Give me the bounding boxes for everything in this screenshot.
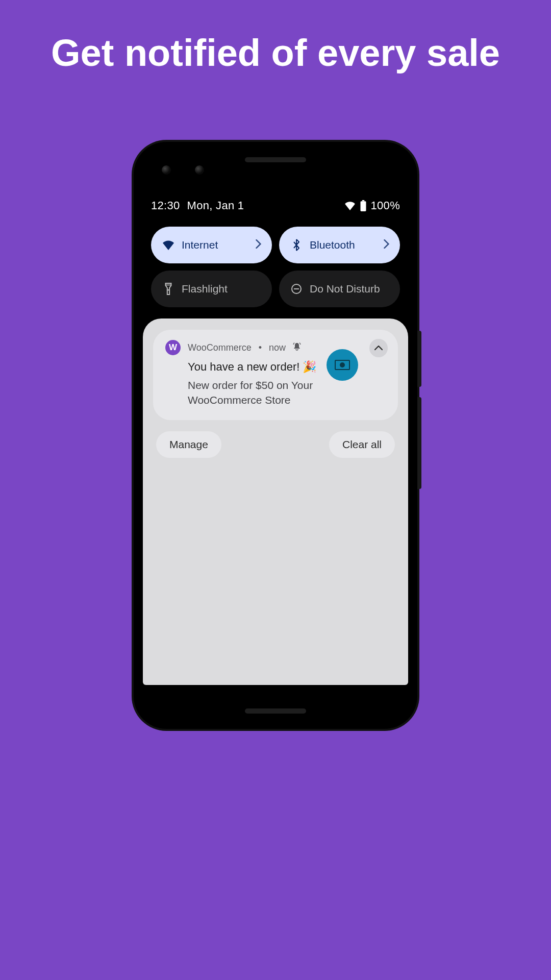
flashlight-icon <box>162 283 174 295</box>
bluetooth-icon <box>290 239 303 251</box>
chevron-up-icon <box>374 344 383 353</box>
qs-tile-dnd[interactable]: Do Not Disturb <box>279 271 400 307</box>
order-money-icon <box>327 349 358 381</box>
notification-shade: W WooCommerce • now Yo <box>143 318 408 685</box>
quick-settings-grid: Internet Bluetooth Flashlight <box>143 217 408 318</box>
status-time: 12:30 <box>151 199 180 212</box>
chevron-right-icon <box>256 239 262 251</box>
separator-dot: • <box>259 342 262 353</box>
front-camera-icon <box>162 165 171 175</box>
svg-rect-1 <box>360 201 366 211</box>
bottom-speaker-slot <box>245 708 306 714</box>
notification-card[interactable]: W WooCommerce • now Yo <box>153 330 398 420</box>
app-badge-icon: W <box>165 340 181 355</box>
qs-tile-label: Bluetooth <box>310 239 377 251</box>
wifi-icon <box>162 240 174 250</box>
qs-tile-bluetooth[interactable]: Bluetooth <box>279 227 400 263</box>
phone-screen: 12:30 Mon, Jan 1 100% Internet <box>143 186 408 685</box>
clear-all-button[interactable]: Clear all <box>329 431 395 458</box>
chevron-right-icon <box>384 239 390 251</box>
qs-tile-label: Flashlight <box>182 283 262 295</box>
hero-title: Get notified of every sale <box>0 0 551 77</box>
shade-actions: Manage Clear all <box>153 420 398 458</box>
front-camera-icon <box>195 165 204 175</box>
status-bar: 12:30 Mon, Jan 1 100% <box>143 186 408 217</box>
svg-rect-0 <box>362 200 364 201</box>
qs-tile-flashlight[interactable]: Flashlight <box>151 271 272 307</box>
manage-button[interactable]: Manage <box>156 431 221 458</box>
qs-tile-label: Internet <box>182 239 248 251</box>
speaker-slot <box>245 157 306 162</box>
wifi-icon <box>344 201 356 210</box>
status-date: Mon, Jan 1 <box>187 199 244 212</box>
phone-side-button <box>417 397 421 489</box>
bell-ringing-icon <box>293 342 301 353</box>
notification-text: New order for $50 on Your WooCommerce St… <box>188 378 355 408</box>
qs-tile-label: Do Not Disturb <box>310 283 390 295</box>
notification-app-name: WooCommerce <box>188 342 252 353</box>
svg-point-3 <box>168 289 169 291</box>
battery-icon <box>360 200 367 211</box>
phone-mockup-frame: 12:30 Mon, Jan 1 100% Internet <box>134 142 417 729</box>
do-not-disturb-icon <box>290 283 303 295</box>
phone-side-button <box>417 331 421 387</box>
phone-top-bezel <box>134 142 417 186</box>
battery-percent: 100% <box>371 199 400 212</box>
notification-time: now <box>269 342 286 353</box>
qs-tile-internet[interactable]: Internet <box>151 227 272 263</box>
collapse-button[interactable] <box>369 339 388 357</box>
